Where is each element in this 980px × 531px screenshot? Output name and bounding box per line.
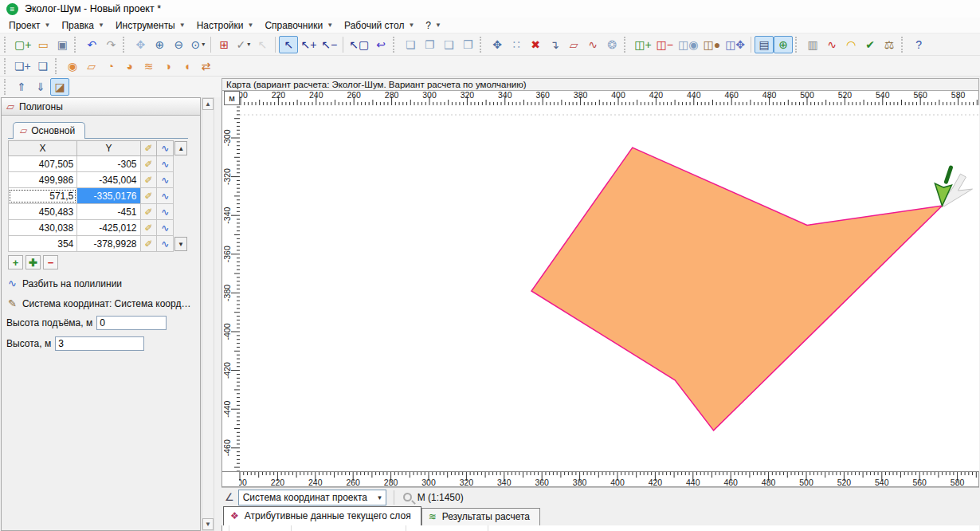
scroll-down-button[interactable]: ▼ xyxy=(202,518,214,530)
menu-settings[interactable]: Настройки▼ xyxy=(191,18,260,33)
panel-previous-button[interactable]: ⇑ xyxy=(12,78,31,96)
panel-scrollbar[interactable]: ▲ ▼ xyxy=(202,97,214,531)
green-arrow-marker[interactable] xyxy=(935,167,972,206)
cell-x[interactable]: 407,505 xyxy=(8,156,77,172)
menu-project[interactable]: Проект▼ xyxy=(3,18,56,33)
point-style-button[interactable]: ✐ xyxy=(141,188,158,204)
circle-source-button[interactable]: ◔ xyxy=(101,57,120,75)
post-remove-button[interactable]: ◫− xyxy=(654,36,676,53)
cell-y[interactable]: -378,9928 xyxy=(77,236,140,252)
post-add-button[interactable]: ◫+ xyxy=(632,36,653,53)
line-source-button[interactable]: ≋ xyxy=(139,57,159,75)
noise-polygon[interactable] xyxy=(531,148,943,431)
lift-height-input[interactable] xyxy=(96,316,167,330)
open-project-button[interactable]: ▭ xyxy=(33,36,53,53)
grid-scroll-down-button[interactable]: ▼ xyxy=(174,237,187,251)
add-point-special-button[interactable]: ✚ xyxy=(25,255,41,269)
cell-x[interactable]: 571,5 xyxy=(8,188,77,204)
cell-x[interactable]: 354 xyxy=(8,236,77,252)
point-style-button[interactable]: ✐ xyxy=(141,156,158,172)
select-return-button[interactable]: ↩ xyxy=(371,36,390,53)
menu-edit[interactable]: Правка▼ xyxy=(56,18,109,33)
menu-desktop[interactable]: Рабочий стол▼ xyxy=(339,18,420,33)
zoom-window-button[interactable]: ⊙▾ xyxy=(188,36,207,53)
cell-x[interactable]: 450,483 xyxy=(8,204,77,220)
select-subtract-button[interactable]: ↖− xyxy=(319,36,339,53)
add-point-button[interactable]: + xyxy=(8,255,23,269)
point-split-button[interactable]: ∿ xyxy=(157,204,174,220)
shape-intersect-button[interactable]: ❐ xyxy=(420,36,439,53)
cell-y[interactable]: -345,004 xyxy=(77,172,140,188)
import-objects-button[interactable]: ⇄ xyxy=(197,57,216,75)
point-split-button[interactable]: ∿ xyxy=(157,220,174,236)
panel-properties-button[interactable]: ◪ xyxy=(50,78,69,96)
menu-tools[interactable]: Инструменты▼ xyxy=(110,18,191,33)
point-style-button[interactable]: ✐ xyxy=(141,172,158,188)
shape-subtract-button[interactable]: ❑ xyxy=(439,36,458,53)
redo-button[interactable]: ↷ xyxy=(101,36,120,53)
post-fill-button[interactable]: ◫● xyxy=(700,36,723,53)
shape-xor-button[interactable]: ❒ xyxy=(458,36,477,53)
menu-directories[interactable]: Справочники▼ xyxy=(259,18,339,33)
cell-y[interactable]: -451 xyxy=(77,204,140,220)
zoom-in-button[interactable]: ⊕ xyxy=(150,36,169,53)
map-canvas[interactable] xyxy=(240,105,979,471)
edit-polyline-button[interactable]: ∿ xyxy=(583,36,602,53)
shape-union-button[interactable]: ❏ xyxy=(401,36,420,53)
point-split-button[interactable]: ∿ xyxy=(157,156,174,172)
zoom-out-button[interactable]: ⊖ xyxy=(169,36,188,53)
new-project-button[interactable]: ▢+ xyxy=(12,36,33,53)
point-source-button[interactable]: ◉ xyxy=(63,57,82,75)
layers-button[interactable]: ❏ xyxy=(33,57,53,75)
layer-add-button[interactable]: ❏+ xyxy=(12,57,33,75)
print-button[interactable]: ▥ xyxy=(803,36,822,53)
split-to-polylines-action[interactable]: ∿ Разбить на полилинии xyxy=(8,277,200,289)
coordinate-system-action[interactable]: ✎ Система координат: Система коорд… xyxy=(8,297,200,309)
tab-calculation-results[interactable]: ≋ Результаты расчета xyxy=(421,508,540,525)
arc-source-button[interactable]: ◖ xyxy=(178,57,197,75)
document-help-button[interactable]: ? xyxy=(909,36,928,53)
select-add-button[interactable]: ↖+ xyxy=(298,36,319,53)
ring-source-button[interactable]: ◑ xyxy=(159,57,178,75)
delete-object-button[interactable]: ✖ xyxy=(526,36,545,53)
save-project-button[interactable]: ▣ xyxy=(53,36,72,53)
remove-point-button[interactable]: − xyxy=(43,255,58,269)
tab-main[interactable]: ▱ Основной xyxy=(13,122,85,139)
insert-vertex-button[interactable]: ↴ xyxy=(545,36,564,53)
protection-helmet-button[interactable]: ◠ xyxy=(841,36,860,53)
tab-attribute-data[interactable]: ❖ Атрибутивные данные текущего слоя xyxy=(223,506,421,525)
add-vertices-button[interactable]: ⊞ xyxy=(214,36,233,53)
noise-chart-button[interactable]: ∿ xyxy=(822,36,841,53)
cell-x[interactable]: 430,038 xyxy=(8,220,77,236)
cell-x[interactable]: 499,986 xyxy=(8,172,77,188)
polygon-source-button[interactable]: ▱ xyxy=(82,57,101,75)
edit-vertices-button[interactable]: ∷ xyxy=(507,36,526,53)
menu-help[interactable]: ?▼ xyxy=(420,18,447,33)
coordinate-system-combobox[interactable]: Система координат проекта ▾ xyxy=(238,490,386,505)
edit-polygon-button[interactable]: ▱ xyxy=(564,36,583,53)
zoom-to-source-button[interactable]: ⊕ xyxy=(774,36,793,53)
cell-y[interactable]: -335,0176 xyxy=(77,188,140,204)
select-object-button[interactable]: ↖▢ xyxy=(347,36,371,53)
point-split-button[interactable]: ∿ xyxy=(157,172,174,188)
point-split-button[interactable]: ∿ xyxy=(157,236,174,252)
point-style-button[interactable]: ✐ xyxy=(141,236,158,252)
grid-scroll-up-button[interactable]: ▲ xyxy=(174,141,187,155)
apply-vertices-button[interactable]: ✓▾ xyxy=(233,36,253,53)
height-input[interactable] xyxy=(55,336,144,351)
point-style-button[interactable]: ✐ xyxy=(141,220,158,236)
scroll-up-button[interactable]: ▲ xyxy=(202,98,214,110)
select-button[interactable]: ↖ xyxy=(279,36,298,53)
point-split-button[interactable]: ∿ xyxy=(157,188,174,204)
point-style-button[interactable]: ✐ xyxy=(141,204,158,220)
post-view-button[interactable]: ◫◉ xyxy=(676,36,700,53)
cell-y[interactable]: -305 xyxy=(77,156,140,172)
panel-next-button[interactable]: ⇓ xyxy=(31,78,50,96)
report-check-button[interactable]: ✔ xyxy=(860,36,880,53)
move-object-button[interactable]: ✥ xyxy=(488,36,507,53)
edit-ring-button[interactable]: ❂ xyxy=(602,36,621,53)
expertise-scales-button[interactable]: ⚖ xyxy=(880,36,899,53)
sector-source-button[interactable]: ◕ xyxy=(120,57,139,75)
scale-ruler-button[interactable]: ▤ xyxy=(755,36,774,53)
pan-button[interactable]: ✥ xyxy=(131,36,150,53)
